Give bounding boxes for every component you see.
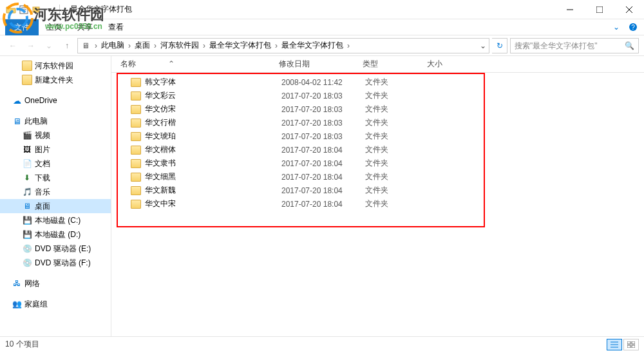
file-date: 2017-07-20 18:04 xyxy=(281,173,365,182)
sidebar-item[interactable]: 🖥桌面 xyxy=(0,199,111,213)
sidebar-item[interactable]: ☁OneDrive xyxy=(0,93,111,108)
svg-rect-5 xyxy=(596,6,603,13)
breadcrumb-item[interactable]: 最全华文字体打包 xyxy=(207,40,274,51)
sidebar-item[interactable]: 🖥此电脑 xyxy=(0,114,111,128)
sidebar-item-label: 新建文件夹 xyxy=(35,75,73,86)
file-name: 华文彩云 xyxy=(145,90,281,101)
file-row[interactable]: 华文仿宋2017-07-20 18:03文件夹 xyxy=(111,102,644,116)
new-folder-icon[interactable] xyxy=(31,4,43,15)
svg-rect-16 xyxy=(632,345,635,348)
file-date: 2017-07-20 18:03 xyxy=(281,132,365,141)
forward-button[interactable]: → xyxy=(23,38,39,53)
folder-icon xyxy=(131,159,141,168)
folder-icon xyxy=(131,78,141,87)
search-input[interactable] xyxy=(515,41,625,50)
file-date: 2017-07-20 18:03 xyxy=(281,105,365,114)
breadcrumb-item[interactable]: 此电脑 xyxy=(99,40,127,51)
file-date: 2017-07-20 18:03 xyxy=(281,91,365,100)
chevron-right-icon[interactable]: › xyxy=(127,41,132,50)
sidebar-item[interactable]: ⬇下载 xyxy=(0,171,111,185)
file-row[interactable]: 华文琥珀2017-07-20 18:03文件夹 xyxy=(111,129,644,143)
breadcrumb[interactable]: 🖥 › 此电脑 › 桌面 › 河东软件园 › 最全华文字体打包 › 最全华文字体… xyxy=(77,38,489,53)
file-row[interactable]: 华文中宋2017-07-20 18:04文件夹 xyxy=(111,197,644,211)
sidebar-item[interactable]: 📄文档 xyxy=(0,157,111,171)
file-list[interactable]: 韩文字体2008-04-02 11:42文件夹华文彩云2017-07-20 18… xyxy=(111,73,644,336)
file-type: 文件夹 xyxy=(365,171,430,182)
navigation-pane[interactable]: 河东软件园新建文件夹☁OneDrive🖥此电脑🎬视频🖼图片📄文档⬇下载🎵音乐🖥桌… xyxy=(0,56,111,336)
titlebar: ▾ 最全华文字体打包 xyxy=(0,0,644,19)
file-date: 2017-07-20 18:04 xyxy=(281,186,365,195)
file-row[interactable]: 华文楷体2017-07-20 18:04文件夹 xyxy=(111,143,644,157)
file-row[interactable]: 华文新魏2017-07-20 18:04文件夹 xyxy=(111,184,644,197)
folder-icon xyxy=(131,91,141,100)
qat-dropdown-icon[interactable]: ▾ xyxy=(44,4,55,15)
sidebar-item-label: 视频 xyxy=(35,130,50,141)
window-title: 最全华文字体打包 xyxy=(64,4,132,15)
search-icon[interactable]: 🔍 xyxy=(625,41,634,50)
sidebar-item-label: 图片 xyxy=(35,144,50,155)
recent-dropdown[interactable]: ⌄ xyxy=(41,38,57,53)
file-row[interactable]: 韩文字体2008-04-02 11:42文件夹 xyxy=(111,75,644,89)
sidebar-item[interactable]: 🎵音乐 xyxy=(0,185,111,199)
sidebar-item[interactable]: 👥家庭组 xyxy=(0,297,111,311)
sidebar-item-label: 本地磁盘 (C:) xyxy=(35,215,80,226)
sidebar-item[interactable]: 💿DVD 驱动器 (E:) xyxy=(0,242,111,256)
close-button[interactable] xyxy=(614,0,644,19)
refresh-button[interactable]: ↻ xyxy=(492,38,507,53)
properties-icon[interactable] xyxy=(18,4,30,15)
column-name[interactable]: 名称⌃ xyxy=(118,59,279,70)
expand-ribbon-icon[interactable]: ⌄ xyxy=(613,23,620,32)
file-row[interactable]: 华文行楷2017-07-20 18:03文件夹 xyxy=(111,116,644,129)
maximize-button[interactable] xyxy=(585,0,614,19)
chevron-right-icon[interactable]: › xyxy=(274,41,279,50)
chevron-right-icon[interactable]: › xyxy=(346,41,351,50)
tab-view[interactable]: 查看 xyxy=(100,19,131,35)
file-type: 文件夹 xyxy=(365,90,430,101)
icons-view-button[interactable] xyxy=(623,339,639,350)
file-type: 文件夹 xyxy=(365,198,430,209)
folder-icon xyxy=(5,4,17,15)
svg-rect-15 xyxy=(627,345,630,348)
chevron-right-icon[interactable]: › xyxy=(202,41,207,50)
folder-icon xyxy=(131,119,141,128)
sidebar-item[interactable]: 🖼图片 xyxy=(0,142,111,157)
breadcrumb-item[interactable]: 最全华文字体打包 xyxy=(279,40,346,51)
chevron-right-icon[interactable]: › xyxy=(93,41,99,50)
help-icon[interactable]: ? xyxy=(629,23,638,32)
file-name: 华文行楷 xyxy=(145,117,281,128)
sidebar-item[interactable]: 💿DVD 驱动器 (F:) xyxy=(0,256,111,270)
column-type[interactable]: 类型 xyxy=(363,59,427,70)
details-view-button[interactable] xyxy=(607,339,622,350)
file-row[interactable]: 华文彩云2017-07-20 18:03文件夹 xyxy=(111,89,644,102)
search-box[interactable]: 🔍 xyxy=(510,38,639,53)
breadcrumb-item[interactable]: 桌面 xyxy=(132,40,153,51)
sidebar-item[interactable]: 🎬视频 xyxy=(0,128,111,142)
up-button[interactable]: ↑ xyxy=(59,38,75,53)
file-name: 华文新魏 xyxy=(145,185,281,196)
chevron-right-icon[interactable]: › xyxy=(153,41,158,50)
breadcrumb-item[interactable]: 河东软件园 xyxy=(158,40,202,51)
sidebar-item[interactable]: 💾本地磁盘 (C:) xyxy=(0,213,111,227)
file-name: 华文仿宋 xyxy=(145,104,281,115)
sidebar-item-label: 此电脑 xyxy=(24,116,48,127)
minimize-button[interactable] xyxy=(555,0,585,19)
file-row[interactable]: 华文细黑2017-07-20 18:04文件夹 xyxy=(111,170,644,184)
column-size[interactable]: 大小 xyxy=(427,59,478,70)
folder-icon xyxy=(131,146,141,155)
address-dropdown-icon[interactable]: ⌄ xyxy=(480,41,486,50)
file-type: 文件夹 xyxy=(365,185,430,196)
back-button[interactable]: ← xyxy=(5,38,21,53)
sidebar-item[interactable]: 新建文件夹 xyxy=(0,73,111,87)
tab-home[interactable]: 主页 xyxy=(39,19,70,35)
sidebar-item[interactable]: 河东软件园 xyxy=(0,59,111,73)
ribbon: 文件 主页 共享 查看 ⌄ ? xyxy=(0,19,644,35)
tab-file[interactable]: 文件 xyxy=(5,19,39,35)
sidebar-item[interactable]: 💾本地磁盘 (D:) xyxy=(0,227,111,242)
column-headers: 名称⌃ 修改日期 类型 大小 xyxy=(111,56,644,73)
file-row[interactable]: 华文隶书2017-07-20 18:04文件夹 xyxy=(111,157,644,170)
column-date[interactable]: 修改日期 xyxy=(279,59,363,70)
sidebar-item[interactable]: 🖧网络 xyxy=(0,276,111,291)
folder-icon xyxy=(131,105,141,114)
sort-indicator-icon: ⌃ xyxy=(168,59,175,68)
tab-share[interactable]: 共享 xyxy=(70,19,100,35)
